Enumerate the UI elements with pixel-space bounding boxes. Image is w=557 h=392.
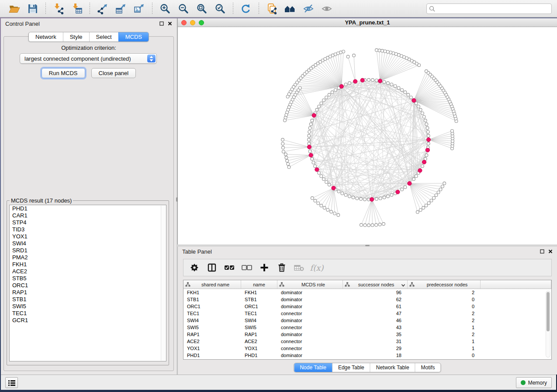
export-table-icon[interactable] (114, 2, 128, 16)
import-network-icon[interactable] (51, 2, 66, 16)
search-input[interactable] (426, 3, 552, 14)
scrollbar-thumb[interactable] (547, 292, 550, 331)
mcds-result-item[interactable]: STB1 (10, 296, 166, 303)
refresh-icon[interactable] (239, 2, 253, 16)
close-panel-button[interactable]: Close panel (91, 68, 136, 78)
column-header-successor-nodes[interactable]: successor nodes (343, 280, 408, 289)
select-all-icon[interactable] (223, 261, 236, 274)
zoom-out-icon[interactable] (176, 2, 191, 16)
cell-successor-nodes: 29 (343, 346, 408, 351)
mcds-result-item[interactable]: SRD1 (10, 247, 166, 254)
network-canvas[interactable] (178, 27, 557, 244)
control-panel-header: Control Panel (1, 18, 176, 29)
cell-name: ORC1 (241, 304, 277, 309)
close-panel-icon[interactable] (168, 21, 172, 26)
table-row[interactable]: STB1STB1dominator620 (183, 296, 551, 303)
mcds-result-item[interactable]: PHD1 (10, 205, 166, 212)
mcds-result-item[interactable]: TID3 (10, 226, 166, 233)
criterion-select[interactable]: largest connected component (undirected) (20, 53, 157, 64)
table-scrollbar[interactable] (546, 291, 550, 358)
mcds-result-item[interactable]: ACE2 (10, 268, 166, 275)
open-file-icon[interactable] (7, 2, 22, 16)
mcds-result-item[interactable]: SWI4 (10, 240, 166, 247)
cell-mcds-role: connector (277, 325, 343, 330)
run-mcds-button[interactable]: Run MCDS (42, 68, 85, 78)
settings-icon[interactable] (188, 261, 201, 274)
mcds-result-item[interactable]: YOX1 (10, 233, 166, 240)
cell-predecessor-nodes: 2 (408, 311, 481, 316)
mcds-result-item[interactable]: RAP1 (10, 289, 166, 296)
cell-successor-nodes: 62 (343, 297, 408, 302)
column-type-icon (409, 281, 416, 289)
mcds-result-item[interactable]: PMA2 (10, 254, 166, 261)
table-row[interactable]: ORC1ORC1dominator610 (183, 303, 551, 310)
first-neighbors-icon[interactable] (283, 2, 298, 16)
add-column-icon[interactable] (258, 261, 271, 274)
export-network-icon[interactable] (95, 2, 110, 16)
float-panel-icon[interactable] (159, 21, 164, 26)
column-header-predecessor-nodes[interactable]: predecessor nodes (408, 280, 481, 289)
mcds-result-item[interactable]: CAR1 (10, 212, 166, 219)
column-label: shared name (192, 282, 239, 287)
mcds-result-list[interactable]: PHD1CAR1STP4TID3YOX1SWI4SRD1PMA2FKH1ACE2… (9, 205, 166, 361)
tab-motifs[interactable]: Motifs (415, 363, 441, 372)
import-table-icon[interactable] (69, 2, 84, 16)
clone-network-icon[interactable] (264, 2, 279, 16)
mcds-result-item[interactable]: FKH1 (10, 261, 166, 268)
float-panel-icon[interactable] (540, 249, 544, 254)
mcds-result-item[interactable]: STP4 (10, 219, 166, 226)
column-header-name[interactable]: name (241, 280, 277, 289)
table-row[interactable]: TEC1TEC1connector472 (183, 310, 551, 317)
delete-column-icon[interactable] (275, 261, 288, 274)
tab-style[interactable]: Style (63, 32, 89, 41)
save-icon[interactable] (25, 2, 40, 16)
table-row[interactable]: SWI5SWI5connector431 (183, 324, 551, 331)
tab-network[interactable]: Network (29, 32, 63, 41)
cell-shared-name: TEC1 (183, 311, 241, 316)
cell-successor-nodes: 43 (343, 325, 408, 330)
zoom-fit-icon[interactable] (194, 2, 209, 16)
deselect-all-icon[interactable] (240, 261, 253, 274)
show-all-icon[interactable] (319, 2, 334, 16)
table-row[interactable]: PHD1PHD1dominator180 (183, 352, 551, 359)
cell-predecessor-nodes: 0 (408, 297, 481, 302)
toolbar-separator (45, 3, 46, 15)
show-panels-list-button[interactable] (5, 377, 18, 388)
cell-name: ACE2 (241, 339, 277, 344)
cell-predecessor-nodes: 2 (408, 332, 481, 337)
column-header-shared-name[interactable]: shared name (183, 280, 241, 289)
cell-predecessor-nodes: 2 (408, 290, 481, 295)
tab-edge-table[interactable]: Edge Table (332, 363, 370, 372)
tab-network-table[interactable]: Network Table (370, 363, 415, 372)
close-panel-icon[interactable] (548, 249, 553, 254)
mcds-result-item[interactable]: STB5 (10, 275, 166, 282)
table-row[interactable]: RAP1RAP1dominator352 (183, 331, 551, 338)
column-label: predecessor nodes (416, 282, 478, 287)
splitter-grip-icon[interactable] (365, 245, 370, 246)
mcds-result-item[interactable]: ORC1 (10, 282, 166, 289)
search-icon (429, 6, 435, 14)
zoom-selected-icon[interactable] (213, 2, 228, 16)
show-columns-icon[interactable] (205, 261, 218, 274)
mcds-result-item[interactable]: SWI5 (10, 303, 166, 310)
memory-button[interactable]: Memory (516, 377, 552, 388)
cell-mcds-role: dominator (277, 318, 343, 323)
mcds-result-item[interactable]: GCR1 (10, 317, 166, 324)
zoom-in-icon[interactable] (158, 2, 173, 16)
list-scrollbar[interactable] (161, 206, 166, 361)
table-row[interactable]: ACE2ACE2connector311 (183, 338, 551, 345)
export-image-icon[interactable] (132, 2, 147, 16)
network-window-titlebar[interactable]: YPA_prune.txt_1 (178, 18, 557, 27)
column-header-mcds-role[interactable]: MCDS role (277, 280, 343, 289)
table-row[interactable]: FKH1FKH1dominator962 (183, 289, 551, 296)
mcds-result-item[interactable]: TEC1 (10, 310, 166, 317)
tab-select[interactable]: Select (89, 32, 118, 41)
table-row[interactable]: YOX1YOX1connector291 (183, 345, 551, 352)
table-body: FKH1FKH1dominator962STB1STB1dominator620… (183, 289, 551, 359)
tab-mcds[interactable]: MCDS (118, 32, 149, 41)
hide-selected-icon[interactable] (301, 2, 316, 16)
toolbar-separator (90, 3, 90, 15)
tab-node-table[interactable]: Node Table (294, 363, 332, 372)
table-row[interactable]: SWI4SWI4dominator462 (183, 317, 551, 324)
cell-shared-name: SWI5 (183, 325, 241, 330)
